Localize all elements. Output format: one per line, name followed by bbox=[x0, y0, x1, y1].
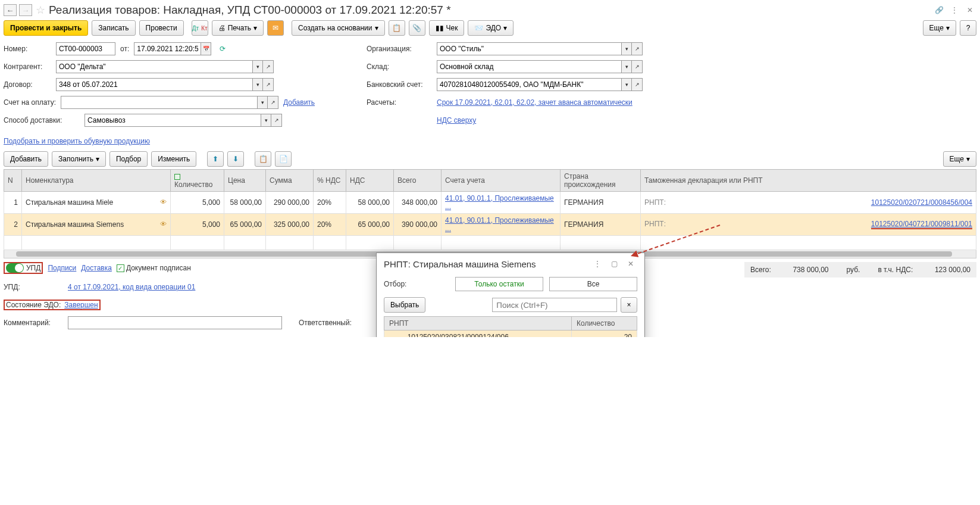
dtkt-button[interactable]: ДтКт bbox=[192, 20, 208, 36]
popup-close-icon[interactable]: ✕ bbox=[624, 258, 637, 270]
upd-toggle[interactable] bbox=[6, 263, 24, 273]
green-marker-icon bbox=[174, 174, 180, 180]
delivery-link[interactable]: Доставка bbox=[81, 264, 112, 272]
link-icon[interactable]: 🔗 bbox=[932, 4, 945, 16]
tab-all[interactable]: Все bbox=[549, 277, 637, 291]
print-button[interactable]: 🖨Печать ▾ bbox=[212, 20, 264, 36]
receipt-button[interactable]: ▮▮Чек bbox=[429, 20, 465, 36]
fill-button[interactable]: Заполнить ▾ bbox=[52, 151, 106, 167]
choose-button[interactable]: Выбрать bbox=[384, 297, 425, 313]
favorite-icon[interactable]: ☆ bbox=[36, 4, 45, 17]
related-button[interactable]: 📋 bbox=[389, 20, 405, 36]
col-sum[interactable]: Сумма bbox=[266, 170, 314, 192]
delivery-input[interactable] bbox=[84, 114, 261, 127]
date-input[interactable] bbox=[134, 42, 201, 55]
vat-link[interactable]: НДС сверху bbox=[437, 116, 476, 124]
clear-search-button[interactable]: × bbox=[621, 297, 637, 313]
shoes-link[interactable]: Подобрать и проверить обувную продукцию bbox=[4, 137, 150, 145]
col-n[interactable]: N bbox=[4, 170, 22, 192]
change-button[interactable]: Изменить bbox=[151, 151, 196, 167]
open-icon[interactable]: ↗ bbox=[263, 60, 274, 73]
select-button[interactable]: Подбор bbox=[109, 151, 148, 167]
create-based-button[interactable]: Создать на основании ▾ bbox=[292, 20, 385, 36]
more-button[interactable]: Еще ▾ bbox=[923, 20, 956, 36]
col-total[interactable]: Всего bbox=[394, 170, 442, 192]
doc-signed-check[interactable]: ✓Документ подписан bbox=[117, 264, 191, 272]
close-icon[interactable]: ✕ bbox=[963, 4, 976, 16]
dropdown-icon[interactable]: ▾ bbox=[252, 60, 263, 73]
total-value: 738 000,00 bbox=[793, 266, 828, 274]
contract-input[interactable] bbox=[56, 78, 252, 91]
search-input[interactable] bbox=[492, 298, 617, 312]
filter-label: Отбор: bbox=[384, 280, 449, 288]
items-grid: N Номенклатура Количество Цена Сумма % Н… bbox=[4, 169, 976, 250]
up-button[interactable]: ⬆ bbox=[207, 151, 224, 167]
rnpt-link[interactable]: 10125020/020721/0008456/004 bbox=[871, 198, 972, 207]
warehouse-label: Склад: bbox=[367, 63, 432, 71]
back-button[interactable]: ← bbox=[4, 4, 17, 16]
partner-input[interactable] bbox=[56, 60, 252, 73]
barcode-icon: ▮▮ bbox=[436, 24, 444, 32]
add-invoice-link[interactable]: Добавить bbox=[283, 98, 315, 107]
post-close-button[interactable]: Провести и закрыть bbox=[4, 20, 88, 36]
col-customs[interactable]: Таможенная декларация или РНПТ bbox=[641, 170, 976, 192]
calendar-icon[interactable]: 📅 bbox=[201, 42, 211, 55]
printer-icon: 🖨 bbox=[218, 24, 226, 32]
tab-only-remains[interactable]: Только остатки bbox=[455, 277, 543, 291]
invoice-label: Счет на оплату: bbox=[4, 98, 56, 107]
copy-button[interactable]: 📋 bbox=[255, 151, 271, 167]
popup-title: РНПТ: Стиральная машина Siemens bbox=[384, 259, 587, 269]
col-qty[interactable]: Количество bbox=[572, 317, 637, 331]
rnpt-list: РНПТ Количество ▬ 10125020/030821/000912… bbox=[384, 316, 637, 337]
edo-button[interactable]: 📨ЭДО ▾ bbox=[468, 20, 514, 36]
calc-label: Расчеты: bbox=[367, 98, 432, 107]
down-button[interactable]: ⬇ bbox=[227, 151, 244, 167]
refresh-icon[interactable]: ⟳ bbox=[216, 43, 229, 55]
col-rnpt[interactable]: РНПТ bbox=[384, 317, 572, 331]
col-pvat[interactable]: % НДС bbox=[314, 170, 346, 192]
org-input[interactable] bbox=[437, 42, 621, 55]
col-qty[interactable]: Количество bbox=[171, 170, 224, 192]
grid-more-button[interactable]: Еще ▾ bbox=[943, 151, 976, 167]
comment-input[interactable] bbox=[68, 316, 282, 329]
number-label: Номер: bbox=[4, 45, 51, 53]
grid-toolbar: Добавить Заполнить ▾ Подбор Изменить ⬆ ⬇… bbox=[4, 151, 976, 167]
col-country[interactable]: Страна происхождения bbox=[561, 170, 641, 192]
calc-link[interactable]: Срок 17.09.2021, 62.01, 62.02, зачет ава… bbox=[437, 98, 633, 107]
invoice-input[interactable] bbox=[61, 96, 257, 109]
warehouse-input[interactable] bbox=[437, 60, 621, 73]
forward-button[interactable]: → bbox=[19, 4, 32, 16]
col-price[interactable]: Цена bbox=[224, 170, 266, 192]
number-input[interactable] bbox=[56, 42, 115, 55]
list-item[interactable]: ▬ 10125020/030821/0009124/00620 bbox=[384, 331, 637, 338]
col-nomen[interactable]: Номенклатура bbox=[22, 170, 171, 192]
mail-button[interactable]: ✉ bbox=[267, 20, 284, 36]
save-button[interactable]: Записать bbox=[92, 20, 135, 36]
total-label: Всего: bbox=[750, 266, 771, 274]
col-acc[interactable]: Счета учета bbox=[442, 170, 561, 192]
menu-icon[interactable]: ⋮ bbox=[948, 4, 961, 16]
popup-max-icon[interactable]: ▢ bbox=[608, 258, 621, 270]
table-row[interactable]: 1 Стиральная машина Miele 👁 5,000 58 000… bbox=[4, 192, 976, 214]
rnpt-link[interactable]: 10125020/040721/0009811/001 bbox=[871, 220, 972, 229]
post-button[interactable]: Провести bbox=[139, 20, 184, 36]
help-button[interactable]: ? bbox=[960, 20, 976, 36]
acc-link[interactable]: 41.01, 90.01.1, Прослеживаемые ... bbox=[445, 216, 554, 233]
upd-link[interactable]: 4 от 17.09.2021, код вида операции 01 bbox=[68, 283, 195, 291]
add-row-button[interactable]: Добавить bbox=[4, 151, 48, 167]
bank-input[interactable] bbox=[437, 78, 621, 91]
signs-link[interactable]: Подписи bbox=[48, 264, 76, 272]
attach-button[interactable]: 📎 bbox=[409, 20, 425, 36]
paste-button[interactable]: 📄 bbox=[275, 151, 292, 167]
form-area: Номер: от: 📅 ⟳ Контрагент: ▾↗ Договор: ▾… bbox=[4, 42, 976, 131]
eye-icon[interactable]: 👁 bbox=[160, 220, 167, 227]
table-row-selected[interactable]: 2 Стиральная машина Siemens 👁 5,000 65 0… bbox=[4, 214, 976, 236]
eye-icon[interactable]: 👁 bbox=[160, 198, 167, 205]
rnpt-popup: РНПТ: Стиральная машина Siemens ⋮ ▢ ✕ От… bbox=[376, 253, 645, 337]
popup-menu-icon[interactable]: ⋮ bbox=[591, 258, 604, 270]
org-label: Организация: bbox=[367, 45, 432, 53]
edo-state-link[interactable]: Завершен bbox=[64, 301, 98, 309]
acc-link[interactable]: 41.01, 90.01.1, Прослеживаемые ... bbox=[445, 194, 554, 211]
col-vat[interactable]: НДС bbox=[346, 170, 394, 192]
totals-bar: Всего: 738 000,00 руб. в т.ч. НДС: 123 0… bbox=[744, 262, 976, 278]
